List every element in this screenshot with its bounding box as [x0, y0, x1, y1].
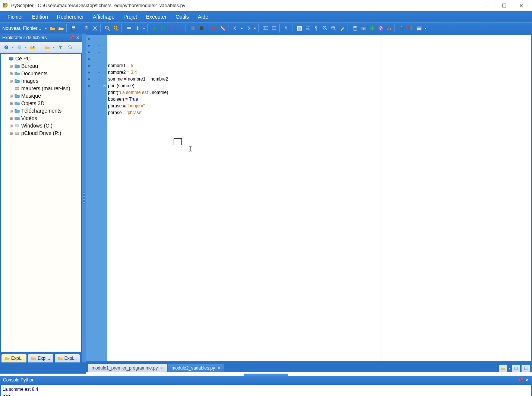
menu-aide[interactable]: Aide: [193, 11, 213, 22]
sidepanel-tab[interactable]: Expl...: [28, 354, 53, 362]
print-icon[interactable]: [82, 24, 91, 32]
tree-item[interactable]: maurers (maurer-isn): [1, 85, 81, 92]
menu-affichage[interactable]: Affichage: [88, 11, 119, 22]
stop-icon[interactable]: [197, 24, 206, 32]
menu-exécuter[interactable]: Exécuter: [142, 11, 171, 22]
comment-icon[interactable]: #: [283, 24, 291, 32]
refresh-icon[interactable]: [66, 43, 74, 51]
wrap-icon[interactable]: [304, 24, 312, 32]
close-tab-icon[interactable]: ✕: [160, 366, 163, 371]
expand-icon[interactable]: ⊞: [9, 116, 14, 120]
highlight-icon[interactable]: [338, 24, 346, 32]
search-icon[interactable]: [104, 24, 112, 32]
tree-item[interactable]: ⊞Musique: [1, 92, 81, 100]
splitter-vertical[interactable]: [82, 34, 86, 362]
tree-root[interactable]: Ce PC: [1, 55, 81, 62]
camera-icon[interactable]: [360, 24, 368, 32]
tree-item[interactable]: ⊞Vidéos: [1, 114, 81, 122]
menu-edition[interactable]: Edition: [28, 11, 53, 22]
folder-browse-icon[interactable]: [43, 43, 51, 51]
svg-text:¶: ¶: [315, 26, 317, 31]
globe-icon[interactable]: [368, 24, 376, 32]
close-tab-icon[interactable]: ✕: [217, 366, 221, 371]
close-console-icon[interactable]: ✕: [525, 377, 529, 383]
menu-projet[interactable]: Projet: [119, 11, 142, 22]
tabs-list-icon[interactable]: [512, 365, 520, 372]
menu-outils[interactable]: Outils: [171, 11, 193, 22]
db-icon[interactable]: [351, 24, 359, 32]
close-panel-icon[interactable]: ✕: [76, 35, 80, 40]
nav-back-icon[interactable]: [231, 24, 240, 32]
pin-icon[interactable]: 📌: [517, 377, 523, 383]
filter-icon[interactable]: [56, 43, 64, 51]
tree-item[interactable]: ⊞Images: [1, 77, 81, 85]
open-folder-icon[interactable]: [57, 24, 65, 32]
tree-item[interactable]: ⊞Téléchargements: [1, 107, 81, 114]
pause-icon[interactable]: [189, 24, 197, 32]
nav-forward-icon[interactable]: [15, 43, 23, 51]
editor-tab[interactable]: module1_premier_programme.py✕: [88, 364, 167, 372]
cut-icon[interactable]: [91, 24, 99, 32]
step-over-icon[interactable]: [168, 24, 176, 32]
breakpoint-icon[interactable]: [210, 24, 218, 32]
expand-icon[interactable]: ⊞: [9, 109, 14, 113]
tree-item[interactable]: ⊞Bureau: [1, 62, 81, 70]
separator: [395, 24, 397, 32]
step-into-icon[interactable]: [176, 24, 184, 32]
options-icon[interactable]: [125, 24, 133, 32]
folder-up-icon[interactable]: [28, 43, 37, 51]
chevron-down-icon[interactable]: ▾: [44, 26, 48, 30]
menu-rechercher[interactable]: Rechercher: [53, 11, 88, 22]
save-icon[interactable]: [70, 24, 78, 32]
sidepanel-tab[interactable]: Expl...: [1, 354, 26, 362]
whitespace-icon[interactable]: ¶: [313, 24, 321, 32]
run-icon[interactable]: [151, 24, 159, 32]
menu-fichier[interactable]: Fichier: [3, 11, 28, 22]
minimize-button[interactable]: —: [478, 0, 495, 11]
tabs-open-icon[interactable]: [499, 365, 507, 372]
code-editor[interactable]: --------8 nombre1 = 5nombre2 = 3.4somme …: [86, 35, 531, 361]
nav-forward-icon[interactable]: [244, 24, 253, 32]
chevron-down-icon[interactable]: ▾: [240, 26, 244, 30]
new-file-button[interactable]: Nouveau Fichier...: [1, 25, 44, 31]
tree-item[interactable]: ⊞Objets 3D: [1, 100, 81, 107]
help-icon[interactable]: ?: [377, 24, 385, 32]
outdent-icon[interactable]: [270, 24, 278, 32]
close-button[interactable]: ✕: [513, 0, 530, 11]
info-icon[interactable]: i: [133, 24, 142, 32]
expand-icon[interactable]: ⊞: [9, 64, 14, 68]
svg-point-8: [114, 26, 117, 29]
maximize-button[interactable]: ☐: [495, 0, 513, 11]
expand-icon[interactable]: ⊞: [9, 94, 14, 98]
nav-back-icon[interactable]: [2, 43, 10, 51]
window-icon[interactable]: [415, 24, 423, 32]
debug-icon[interactable]: [159, 24, 167, 32]
expand-icon[interactable]: ⊞: [9, 131, 14, 135]
open-file-icon[interactable]: [48, 24, 57, 32]
chevron-double-icon[interactable]: »: [142, 26, 146, 30]
tree-item[interactable]: ⊞pCloud Drive (P:): [1, 129, 81, 137]
file-tree[interactable]: Ce PC⊞Bureau⊞Documents⊞Imagesmaurers (ma…: [1, 54, 81, 352]
zoom-out-icon[interactable]: [321, 24, 329, 32]
lines-icon[interactable]: [295, 24, 304, 32]
pin-icon[interactable]: 📌: [69, 35, 75, 40]
expand-icon[interactable]: ⊞: [9, 79, 14, 83]
tree-item[interactable]: ⊞Windows (C:): [1, 122, 81, 129]
expand-icon[interactable]: ⊞: [9, 124, 14, 128]
sidepanel-tab[interactable]: Expl...: [55, 354, 80, 362]
chevron-down-icon[interactable]: ▾: [253, 26, 257, 30]
expand-icon[interactable]: ⊞: [9, 101, 14, 106]
library-icon[interactable]: [406, 24, 415, 32]
chart-icon[interactable]: [385, 24, 393, 32]
expand-icon[interactable]: ⊞: [9, 72, 14, 76]
console-output[interactable]: La somme est 8.4>>>*** Console de proces…: [1, 385, 531, 396]
python-icon[interactable]: [398, 24, 406, 32]
tabs-max-icon[interactable]: [522, 365, 530, 372]
tree-item[interactable]: ⊞Documents: [1, 70, 81, 77]
clear-breakpoint-icon[interactable]: [219, 24, 227, 32]
zoom-in-icon[interactable]: [330, 24, 338, 32]
indent-icon[interactable]: [262, 24, 270, 32]
search-next-icon[interactable]: [112, 24, 120, 32]
chevron-down-icon[interactable]: ▾: [424, 26, 428, 30]
editor-tab[interactable]: module2_variables.py✕: [168, 364, 224, 372]
